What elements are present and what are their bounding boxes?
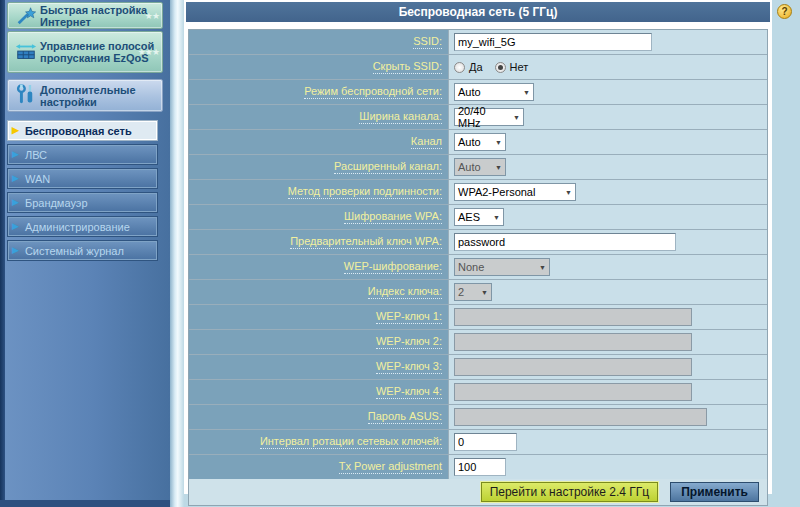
select-value: Auto: [458, 161, 481, 173]
sidebar-item-syslog[interactable]: ▶Системный журнал: [7, 240, 158, 261]
form-row: КаналAuto▼: [189, 130, 767, 155]
sidebar-item-administration[interactable]: ▶Администрирование: [7, 216, 158, 237]
field-label-cell: WEP-шифрование:: [189, 255, 449, 279]
field-label[interactable]: WEP-ключ 3:: [376, 360, 442, 374]
wand-icon: [12, 5, 40, 27]
sidebar-item-label: Беспроводная сеть: [25, 125, 132, 137]
sidebar-item-wireless[interactable]: ▶Беспроводная сеть: [7, 120, 158, 141]
form-row: Метод проверки подлинности:WPA2-Personal…: [189, 180, 767, 205]
radio-label: Нет: [510, 61, 529, 73]
select-value: None: [458, 261, 484, 273]
ssid-input[interactable]: [454, 33, 652, 51]
sidebar-item-label: Администрирование: [25, 221, 130, 233]
triangle-icon: ▶: [12, 198, 19, 207]
sidebar-item-lan[interactable]: ▶ЛВС: [7, 144, 158, 165]
channel-width-select[interactable]: 20/40 MHz▼: [454, 108, 524, 126]
hide-ssid-radio-option2[interactable]: Нет: [495, 61, 529, 73]
field-value-cell: [449, 455, 767, 479]
sidebar-item-label: Брандмауэр: [25, 197, 88, 209]
form-row: Индекс ключа:2▼: [189, 280, 767, 305]
wpa-encryption-select[interactable]: AES▼: [454, 208, 504, 226]
sidebar-button-quick-setup[interactable]: Быстрая настройка Интернет ★★: [7, 2, 163, 29]
key-index-select: 2▼: [454, 283, 492, 301]
triangle-icon: ▶: [12, 222, 19, 231]
field-label[interactable]: WEP-ключ 2:: [376, 335, 442, 349]
field-label[interactable]: WEP-ключ 1:: [376, 310, 442, 324]
field-label[interactable]: Пароль ASUS:: [368, 410, 442, 424]
bandwidth-icon: [12, 41, 40, 63]
sidebar-item-firewall[interactable]: ▶Брандмауэр: [7, 192, 158, 213]
field-label-cell: WEP-ключ 2:: [189, 330, 449, 354]
select-value: Auto: [458, 86, 481, 98]
sidebar-button-advanced-settings[interactable]: Дополнительные настройки: [7, 79, 163, 112]
field-label-cell: WEP-ключ 4:: [189, 380, 449, 404]
sidebar-item-label: Системный журнал: [25, 245, 124, 257]
field-label-cell: Предварительный ключ WPA:: [189, 230, 449, 254]
field-value-cell: ДаНет: [449, 55, 767, 79]
channel-select[interactable]: Auto▼: [454, 133, 506, 151]
radio-icon: [495, 62, 506, 73]
chevron-down-icon: ▼: [495, 164, 502, 171]
field-label-cell: Режим беспроводной сети:: [189, 80, 449, 104]
chevron-down-icon: ▼: [539, 264, 546, 271]
wep-key1-input: [454, 308, 692, 326]
radio-label: Да: [469, 61, 483, 73]
field-label[interactable]: Предварительный ключ WPA:: [290, 235, 442, 249]
field-label-cell: Интервал ротации сетевых ключей:: [189, 430, 449, 454]
field-label[interactable]: Интервал ротации сетевых ключей:: [260, 435, 442, 449]
field-label-cell: Скрыть SSID:: [189, 55, 449, 79]
field-label[interactable]: Расширенный канал:: [334, 160, 442, 174]
form-row: WEP-ключ 4:: [189, 380, 767, 405]
key-rotation-interval-input[interactable]: [454, 433, 517, 451]
field-label-cell: Tx Power adjustment: [189, 455, 449, 479]
field-label[interactable]: Шифрование WPA:: [344, 210, 442, 224]
chevron-down-icon: ▼: [565, 189, 572, 196]
field-label[interactable]: SSID:: [413, 35, 442, 49]
apply-button[interactable]: Применить: [670, 482, 759, 502]
wpa-preshared-key-input[interactable]: [454, 233, 676, 251]
field-label[interactable]: WEP-шифрование:: [344, 260, 442, 274]
form-rows: SSID:Скрыть SSID:ДаНетРежим беспроводной…: [189, 30, 767, 479]
page-title: Беспроводная сеть (5 ГГц): [186, 2, 770, 22]
sidebar-menu: ▶Беспроводная сеть▶ЛВС▶WAN▶Брандмауэр▶Ад…: [7, 120, 158, 264]
settings-panel: Беспроводная сеть (5 ГГц) SSID:Скрыть SS…: [184, 0, 772, 494]
field-value-cell: None▼: [449, 255, 767, 279]
sidebar-button-label: Дополнительные настройки: [40, 84, 158, 108]
chevron-down-icon: ▼: [493, 214, 500, 221]
field-label[interactable]: Метод проверки подлинности:: [288, 185, 442, 199]
field-label[interactable]: Tx Power adjustment: [339, 460, 442, 474]
tx-power-input[interactable]: [454, 458, 506, 476]
wireless-mode-select[interactable]: Auto▼: [454, 83, 534, 101]
wep-key4-input: [454, 383, 692, 401]
sidebar-item-wan[interactable]: ▶WAN: [7, 168, 158, 189]
field-label[interactable]: Скрыть SSID:: [373, 60, 442, 74]
auth-method-select[interactable]: WPA2-Personal▼: [454, 183, 576, 201]
help-icon[interactable]: ?: [777, 4, 792, 19]
triangle-icon: ▶: [12, 174, 19, 183]
form-row: Пароль ASUS:: [189, 405, 767, 430]
field-value-cell: Auto▼: [449, 130, 767, 154]
field-label-cell: WEP-ключ 1:: [189, 305, 449, 329]
sidebar-divider: [170, 0, 184, 507]
hide-ssid-radio-option1[interactable]: Да: [454, 61, 483, 73]
field-label-cell: Канал: [189, 130, 449, 154]
form-row: Режим беспроводной сети:Auto▼: [189, 80, 767, 105]
field-label[interactable]: Ширина канала:: [359, 110, 442, 124]
form-row: Расширенный канал:Auto▼: [189, 155, 767, 180]
form-row: SSID:: [189, 30, 767, 55]
field-label-cell: Шифрование WPA:: [189, 205, 449, 229]
field-label[interactable]: WEP-ключ 4:: [376, 385, 442, 399]
sidebar-item-label: WAN: [25, 173, 50, 185]
goto-2-4ghz-button[interactable]: Перейти к настройке 2.4 ГГц: [481, 482, 659, 502]
field-label[interactable]: Индекс ключа:: [368, 285, 442, 299]
sidebar-item-label: ЛВС: [25, 149, 47, 161]
field-value-cell: Auto▼: [449, 155, 767, 179]
field-label[interactable]: Канал: [411, 135, 442, 149]
select-value: AES: [458, 211, 480, 223]
sidebar-button-ezqos[interactable]: Управление полосой пропускания EzQoS ★★★: [7, 31, 163, 73]
select-value: WPA2-Personal: [458, 186, 535, 198]
field-value-cell: [449, 330, 767, 354]
form-footer-row: Перейти к настройке 2.4 ГГц Применить: [189, 479, 767, 505]
chevron-down-icon: ▼: [495, 139, 502, 146]
field-label[interactable]: Режим беспроводной сети:: [304, 85, 442, 99]
